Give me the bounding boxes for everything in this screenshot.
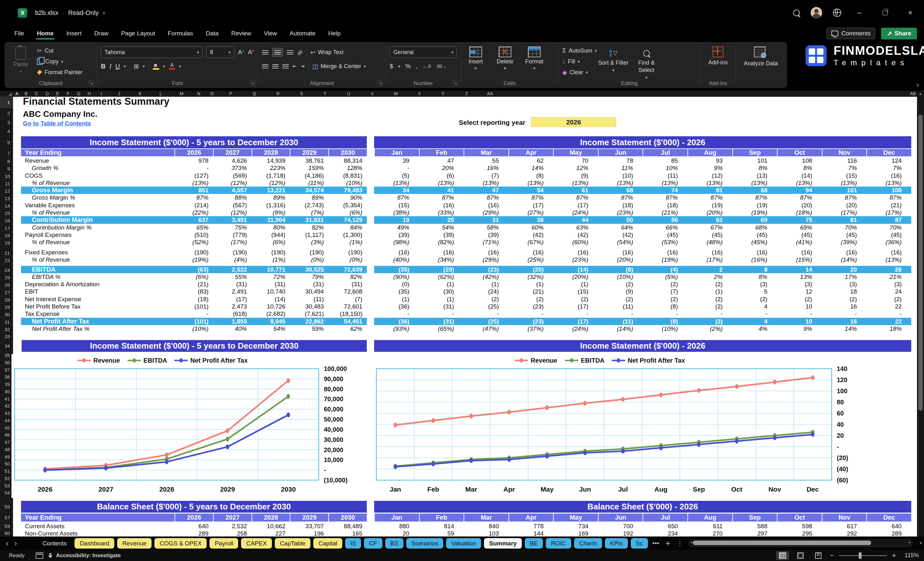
- cell[interactable]: (14%): [822, 256, 867, 263]
- cell[interactable]: 640: [174, 522, 213, 530]
- fill-color-button[interactable]: ◆: [153, 63, 159, 70]
- menu-tab-view[interactable]: View: [258, 27, 282, 40]
- cell[interactable]: 11%: [598, 164, 643, 172]
- cell[interactable]: (618): [213, 310, 252, 317]
- cell[interactable]: (3): [732, 280, 777, 288]
- cell[interactable]: -: [464, 310, 508, 317]
- cell[interactable]: 93: [687, 157, 732, 164]
- row-label[interactable]: Gross Margin: [21, 187, 174, 194]
- cell[interactable]: (2%): [687, 325, 732, 332]
- cell[interactable]: 700: [598, 522, 643, 530]
- row-number[interactable]: 29: [0, 303, 13, 311]
- cell[interactable]: (45): [777, 231, 822, 238]
- row-label[interactable]: Non-Current Assets: [21, 530, 174, 537]
- search-icon[interactable]: [793, 9, 800, 16]
- cell[interactable]: (18): [174, 296, 213, 303]
- cell[interactable]: 14%: [822, 325, 867, 332]
- cell[interactable]: 4,626: [213, 157, 252, 164]
- cell[interactable]: (54%): [598, 238, 643, 246]
- cell[interactable]: (39): [374, 231, 419, 238]
- row-label[interactable]: Variable Expenses: [21, 201, 174, 209]
- cell[interactable]: (17): [213, 296, 252, 303]
- cell[interactable]: (47%): [464, 325, 508, 332]
- cell[interactable]: 814: [419, 522, 464, 530]
- cell[interactable]: (3): [822, 280, 867, 288]
- cell[interactable]: 68%: [732, 224, 777, 231]
- normal-view-button[interactable]: [776, 551, 789, 560]
- decrease-decimal-button[interactable]: .00→: [436, 64, 446, 69]
- cell[interactable]: (19%): [732, 209, 777, 216]
- cell[interactable]: (12%): [213, 209, 252, 216]
- cell[interactable]: (17%): [213, 238, 252, 246]
- cell[interactable]: 72,608: [328, 288, 367, 295]
- sheet-tab-be[interactable]: BE: [525, 538, 543, 549]
- cell[interactable]: 289: [866, 530, 911, 537]
- cell[interactable]: 159%: [290, 164, 328, 172]
- cell[interactable]: 258: [213, 530, 252, 537]
- header-cell[interactable]: Jan: [374, 513, 419, 522]
- cell[interactable]: -: [374, 310, 419, 317]
- header-cell[interactable]: 2027: [213, 149, 252, 156]
- cell[interactable]: 81: [687, 187, 732, 194]
- cell[interactable]: 8: [732, 266, 777, 273]
- cell[interactable]: 62: [508, 157, 554, 164]
- cell[interactable]: (2): [687, 303, 732, 310]
- cell[interactable]: 70: [553, 157, 598, 164]
- cell[interactable]: (190): [213, 249, 252, 256]
- cell[interactable]: 101: [822, 187, 867, 194]
- cell[interactable]: 59: [419, 530, 464, 537]
- cell[interactable]: 10: [777, 318, 822, 325]
- presence-globe-icon[interactable]: [833, 9, 841, 17]
- font-color-button[interactable]: A: [169, 63, 175, 70]
- cell[interactable]: 49%: [374, 224, 419, 231]
- cell[interactable]: 21%: [866, 273, 911, 280]
- header-cell[interactable]: Oct: [777, 149, 822, 156]
- cell[interactable]: (13%): [687, 179, 732, 187]
- select-all-corner[interactable]: [0, 91, 13, 96]
- zoom-slider-thumb[interactable]: [859, 552, 862, 559]
- cell[interactable]: 38: [508, 216, 554, 224]
- menu-tab-draw[interactable]: Draw: [89, 27, 114, 40]
- cell[interactable]: 82%: [290, 224, 328, 231]
- cell[interactable]: -: [822, 310, 867, 317]
- restore-button[interactable]: [878, 5, 892, 20]
- cell[interactable]: 128%: [328, 164, 367, 172]
- cell[interactable]: 11,904: [252, 216, 290, 224]
- cell[interactable]: 38,761: [290, 157, 328, 164]
- cell[interactable]: (510): [174, 231, 213, 238]
- row-number[interactable]: 59: [0, 522, 13, 530]
- cell[interactable]: (8): [508, 172, 554, 179]
- cell[interactable]: 223%: [252, 164, 290, 172]
- column-header[interactable]: W: [393, 91, 398, 96]
- cell[interactable]: (17%): [866, 209, 911, 216]
- cell[interactable]: 8%: [732, 164, 777, 172]
- row-number[interactable]: 44: [0, 417, 13, 424]
- cell[interactable]: 12: [777, 288, 822, 295]
- cell[interactable]: (11): [598, 318, 643, 325]
- row-label[interactable]: COGS: [21, 172, 174, 179]
- cell[interactable]: (1): [687, 288, 732, 295]
- new-sheet-button[interactable]: +: [666, 538, 670, 548]
- cell[interactable]: -: [419, 310, 464, 317]
- cell[interactable]: (13%): [553, 179, 598, 187]
- cell[interactable]: (6%): [252, 238, 290, 246]
- cell[interactable]: 1,855: [213, 318, 252, 325]
- row-label[interactable]: EBITDA %: [21, 273, 174, 280]
- row-label[interactable]: Payroll Expenses: [21, 231, 174, 238]
- cell[interactable]: (13%): [598, 179, 643, 187]
- cell[interactable]: 87%: [598, 194, 643, 201]
- analyze-data-button[interactable]: Analyze Data: [744, 60, 776, 67]
- cell[interactable]: 13%: [777, 273, 822, 280]
- zoom-level[interactable]: 115%: [901, 552, 919, 559]
- row-number[interactable]: 25: [0, 274, 13, 281]
- row-number[interactable]: 16: [0, 217, 13, 224]
- row-number[interactable]: 38: [0, 374, 13, 381]
- number-format-select[interactable]: General▾: [390, 46, 457, 58]
- cell[interactable]: 295: [777, 530, 822, 537]
- cell[interactable]: 26: [866, 266, 911, 273]
- reporting-year-cell[interactable]: 2026: [531, 117, 616, 127]
- cell[interactable]: 2: [687, 266, 732, 273]
- cell[interactable]: 30,494: [290, 288, 328, 295]
- cell[interactable]: -: [687, 310, 732, 317]
- cell[interactable]: (23): [464, 266, 508, 273]
